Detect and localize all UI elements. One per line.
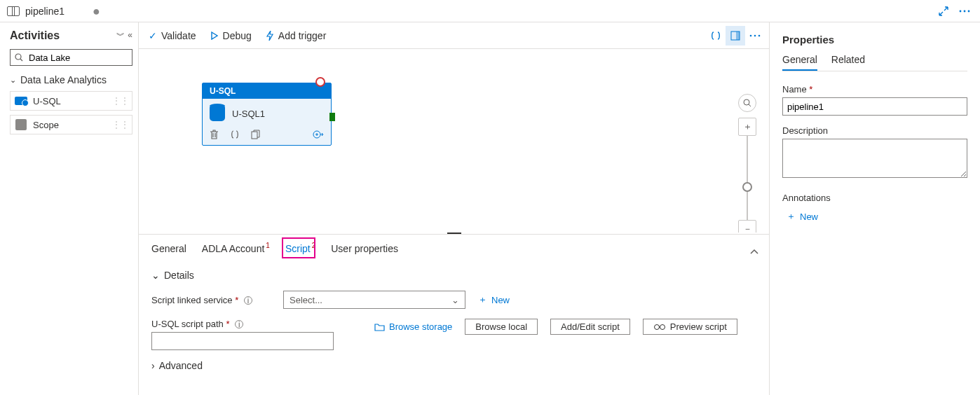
ptab-general[interactable]: General bbox=[782, 54, 817, 71]
preview-script-button[interactable]: Preview script bbox=[643, 319, 737, 335]
unsaved-dot-icon: ● bbox=[93, 8, 100, 15]
drag-grip-icon: ⋮⋮ bbox=[112, 120, 129, 130]
config-tabs: General ADLA Account1 Script2 User prope… bbox=[151, 242, 756, 257]
toolbar-more-button[interactable] bbox=[745, 26, 765, 46]
node-name-label: U-SQL1 bbox=[232, 109, 265, 119]
field-label: Annotations bbox=[782, 193, 967, 203]
delete-icon[interactable] bbox=[210, 130, 219, 139]
activity-item-scope[interactable]: Scope ⋮⋮ bbox=[10, 115, 132, 134]
canvas-column: ✓ Validate Debug Add trigger bbox=[139, 22, 770, 395]
category-data-lake-analytics[interactable]: ⌄ Data Lake Analytics bbox=[10, 74, 132, 85]
tab-label: Script bbox=[285, 243, 311, 254]
properties-toggle-button[interactable] bbox=[726, 26, 745, 46]
svg-point-7 bbox=[750, 34, 752, 36]
file-tab[interactable]: pipeline1 ● bbox=[0, 0, 126, 22]
link-label: New bbox=[491, 295, 510, 305]
validate-button[interactable]: ✓ Validate bbox=[149, 30, 196, 41]
button-label: Preview script bbox=[670, 321, 727, 332]
svg-rect-10 bbox=[252, 132, 257, 139]
code-view-button[interactable] bbox=[706, 26, 726, 46]
chevron-right-icon: › bbox=[151, 360, 155, 371]
activity-node-usql[interactable]: U-SQL U-SQL1 bbox=[202, 83, 332, 146]
advanced-section-toggle[interactable]: › Advanced bbox=[151, 360, 756, 371]
chevron-down-icon: ⌄ bbox=[451, 295, 459, 305]
svg-point-9 bbox=[758, 34, 761, 36]
play-icon bbox=[210, 32, 219, 40]
lightning-icon bbox=[266, 31, 274, 41]
section-label: Advanced bbox=[159, 360, 203, 371]
svg-point-14 bbox=[654, 324, 659, 329]
pipeline-canvas[interactable]: U-SQL U-SQL1 bbox=[139, 49, 769, 233]
activity-item-usql[interactable]: U-SQL ⋮⋮ bbox=[10, 91, 132, 111]
zoom-thumb[interactable] bbox=[742, 182, 752, 192]
error-indicator-icon bbox=[315, 77, 325, 87]
tab-script[interactable]: Script2 bbox=[285, 242, 315, 257]
output-port[interactable] bbox=[329, 113, 335, 121]
row-linked-service: Script linked service * i Select... ⌄ ＋ … bbox=[151, 291, 756, 309]
svg-point-1 bbox=[964, 10, 966, 12]
new-annotation-button[interactable]: ＋ New bbox=[787, 210, 967, 223]
search-icon bbox=[15, 53, 23, 62]
expand-icon[interactable] bbox=[934, 1, 953, 21]
script-path-input[interactable] bbox=[151, 332, 334, 350]
code-icon[interactable] bbox=[230, 130, 240, 139]
svg-point-8 bbox=[754, 34, 756, 36]
collapse-sidebar-button[interactable]: ︾ « bbox=[116, 30, 132, 42]
category-label: Data Lake Analytics bbox=[20, 74, 107, 85]
required-asterisk: * bbox=[235, 295, 238, 305]
svg-point-15 bbox=[660, 324, 665, 329]
linked-service-select[interactable]: Select... ⌄ bbox=[283, 291, 465, 309]
required-badge: 1 bbox=[266, 242, 270, 249]
copy-icon[interactable] bbox=[251, 130, 260, 139]
activity-search[interactable] bbox=[10, 49, 132, 66]
chevron-down-icon: ⌄ bbox=[10, 76, 16, 85]
tab-label: ADLA Account bbox=[202, 243, 265, 254]
zoom-out-button[interactable]: － bbox=[738, 220, 756, 233]
new-linked-service-button[interactable]: ＋ New bbox=[478, 293, 510, 306]
tab-adla-account[interactable]: ADLA Account1 bbox=[202, 242, 270, 257]
field-label: Name bbox=[782, 84, 807, 95]
details-section-toggle[interactable]: ⌄ Details bbox=[151, 270, 756, 281]
activity-config-panel: General ADLA Account1 Script2 User prope… bbox=[139, 234, 769, 395]
activity-label: U-SQL bbox=[33, 96, 61, 106]
node-type-label: U-SQL bbox=[203, 83, 331, 99]
row-script-path: U-SQL script path * i Browse storage Bro… bbox=[151, 319, 756, 350]
folder-icon bbox=[374, 323, 385, 331]
pipeline-description-input[interactable] bbox=[782, 139, 967, 178]
required-badge: 2 bbox=[312, 242, 316, 249]
drag-grip-icon: ⋮⋮ bbox=[112, 96, 129, 106]
file-tab-title: pipeline1 bbox=[25, 6, 64, 17]
top-tab-bar: pipeline1 ● bbox=[0, 0, 980, 22]
properties-tabs: General Related bbox=[782, 54, 967, 71]
info-icon[interactable]: i bbox=[244, 296, 252, 305]
database-icon bbox=[210, 106, 225, 121]
debug-button[interactable]: Debug bbox=[210, 30, 252, 41]
check-icon: ✓ bbox=[149, 30, 157, 41]
tab-general[interactable]: General bbox=[151, 243, 186, 257]
zoom-in-button[interactable]: ＋ bbox=[738, 118, 756, 136]
pipeline-icon bbox=[7, 6, 20, 16]
tab-user-properties[interactable]: User properties bbox=[331, 243, 398, 257]
browse-storage-button[interactable]: Browse storage bbox=[374, 321, 452, 332]
info-icon[interactable]: i bbox=[235, 320, 243, 328]
double-chevron-left-icon: « bbox=[128, 30, 132, 42]
main-area: ✓ Validate Debug Add trigger bbox=[139, 22, 980, 395]
properties-panel: Properties General Related Name * Descri… bbox=[770, 22, 980, 395]
properties-title: Properties bbox=[782, 34, 967, 46]
zoom-slider[interactable] bbox=[747, 136, 748, 220]
canvas-search-button[interactable] bbox=[738, 94, 756, 112]
browse-local-button[interactable]: Browse local bbox=[465, 319, 538, 335]
pipeline-name-input[interactable] bbox=[782, 97, 967, 116]
ptab-related[interactable]: Related bbox=[831, 54, 865, 71]
more-icon[interactable] bbox=[955, 1, 974, 21]
svg-point-3 bbox=[15, 54, 21, 60]
field-label: U-SQL script path bbox=[151, 319, 224, 329]
required-asterisk: * bbox=[809, 84, 812, 95]
validate-label: Validate bbox=[161, 30, 196, 41]
add-trigger-button[interactable]: Add trigger bbox=[266, 30, 326, 41]
add-edit-script-button[interactable]: Add/Edit script bbox=[550, 319, 630, 335]
add-output-icon[interactable] bbox=[313, 130, 324, 139]
activity-search-input[interactable] bbox=[27, 52, 148, 64]
plus-icon: ＋ bbox=[478, 293, 487, 306]
debug-label: Debug bbox=[223, 30, 252, 41]
